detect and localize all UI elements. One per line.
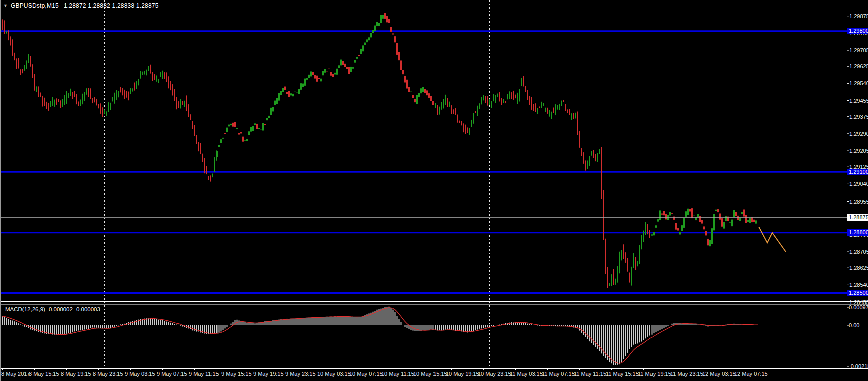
candle (294, 88, 296, 93)
price-level-badge: 1.29800 (847, 28, 868, 34)
candle (561, 101, 562, 106)
macd-bar (309, 318, 310, 325)
candle (729, 219, 731, 226)
indicator-collapse-triangle-icon[interactable]: ▼ (3, 3, 8, 8)
candle (719, 211, 721, 222)
candle (565, 104, 566, 111)
candle (308, 73, 310, 79)
candle (663, 210, 665, 215)
candle (521, 78, 522, 86)
macd-bar (654, 325, 655, 333)
candle (270, 104, 272, 116)
macd-bar (247, 323, 248, 325)
candle (180, 99, 181, 108)
candle (671, 212, 673, 217)
candle (254, 122, 256, 129)
macd-histogram (2, 307, 759, 365)
macd-bar (357, 317, 358, 325)
candle (623, 244, 624, 259)
candle (679, 230, 681, 238)
macd-bar (8, 319, 9, 325)
macd-bar (10, 320, 11, 325)
candle (382, 12, 384, 22)
candle (66, 91, 67, 104)
macd-bar (80, 325, 81, 330)
candle (96, 99, 97, 105)
candle (324, 67, 326, 73)
candle (507, 94, 508, 99)
macd-bar (585, 325, 586, 337)
candle (457, 114, 458, 122)
candle (384, 12, 386, 22)
macd-bar (156, 319, 157, 325)
candle (220, 137, 222, 145)
macd-bar (387, 307, 388, 325)
macd-bar (32, 325, 33, 330)
candle (545, 108, 546, 112)
trend-projection-drawing[interactable] (759, 227, 786, 252)
macd-bar (619, 325, 620, 364)
candle (336, 68, 338, 77)
price-tick-label: 1.29455 (849, 98, 868, 104)
candle (48, 103, 49, 111)
candle (70, 89, 71, 96)
candle (352, 67, 354, 70)
macd-bar (611, 325, 612, 363)
time-tick-label: 8 May 19:15 (61, 371, 91, 377)
candle (34, 74, 35, 91)
price-tick-label: 1.28540 (849, 282, 868, 288)
candle (709, 238, 711, 247)
support-resistance-lines[interactable] (0, 31, 847, 293)
candle (182, 101, 183, 105)
candle (28, 54, 29, 63)
candle (432, 98, 434, 108)
candle (260, 128, 262, 131)
candle (743, 209, 745, 217)
macd-bar (299, 318, 300, 325)
time-tick-label: 8 May 2017 (1, 371, 30, 377)
candle (637, 261, 638, 266)
candle (575, 113, 576, 119)
candle (677, 228, 679, 231)
candle (629, 273, 630, 283)
macd-bar (108, 325, 109, 328)
candle (186, 95, 187, 111)
macd-bar (666, 325, 667, 327)
chart-canvas[interactable] (0, 0, 868, 381)
macd-bar (106, 325, 107, 328)
candle (631, 267, 632, 286)
candle (613, 269, 614, 285)
candle (330, 69, 332, 77)
candle (567, 110, 568, 113)
candle (298, 86, 300, 97)
zigzag-polyline (759, 227, 786, 252)
candle (641, 235, 642, 249)
macd-bar (229, 325, 230, 325)
macd-bar (227, 325, 228, 327)
macd-bar (399, 319, 400, 325)
macd-bar (662, 325, 663, 329)
candle (611, 274, 612, 286)
macd-bar (172, 323, 173, 325)
macd-bar (62, 325, 63, 335)
macd-bar (345, 317, 346, 325)
macd-bar (631, 325, 632, 347)
price-tick-label: 1.29040 (849, 181, 868, 187)
candle (751, 214, 753, 224)
macd-bar (120, 324, 121, 325)
candle (437, 105, 438, 115)
candle (12, 39, 13, 56)
candle (418, 90, 420, 99)
candle (362, 43, 364, 53)
macd-bar (447, 325, 448, 330)
candle (188, 104, 189, 117)
macd-bar (20, 324, 21, 325)
candle (338, 63, 340, 71)
macd-bar (18, 323, 19, 325)
macd-bar (563, 325, 564, 326)
candle (535, 103, 536, 112)
candle (527, 90, 528, 100)
candle (541, 102, 542, 108)
macd-bar (118, 325, 119, 325)
price-tick-label: 1.29375 (849, 114, 868, 120)
